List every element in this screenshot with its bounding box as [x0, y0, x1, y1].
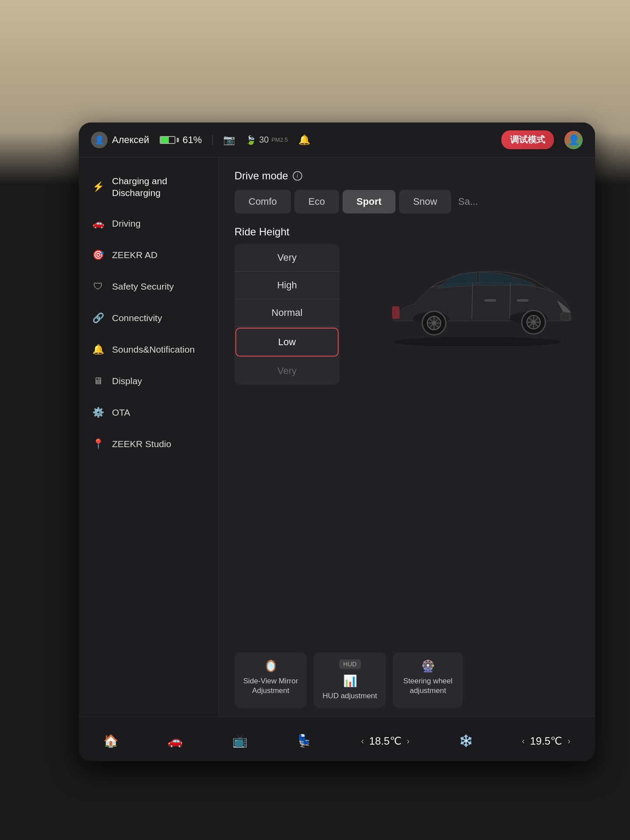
sidebar-item-sounds[interactable]: 🔔 Sounds&Notification [79, 334, 218, 365]
camera-icon: 📷 [223, 134, 235, 146]
sidebar-item-connectivity[interactable]: 🔗 Connectivity [79, 302, 218, 334]
drive-modes-list: Comfo Eco Sport Snow Sa... [234, 190, 579, 214]
steering-icon: 🎡 [421, 659, 435, 673]
quick-actions-row: 🪞 Side-View MirrorAdjustment HUD 📊 HUD a… [234, 652, 579, 708]
sidebar-label-safety: Safety Security [112, 280, 174, 292]
temp-left-value: 18.5℃ [369, 735, 402, 747]
quick-action-steering[interactable]: 🎡 Steering wheeladjustment [393, 652, 463, 708]
username: Алексей [112, 134, 149, 146]
pm25-label: PM2.5 [271, 136, 288, 143]
hud-icon: 📊 [343, 674, 357, 688]
ride-option-low[interactable]: Low [235, 328, 339, 357]
climate-right: ‹ 19.5℃ › [522, 735, 570, 747]
connectivity-icon: 🔗 [91, 311, 105, 325]
avatar: 👤 [91, 132, 108, 148]
sidebar-item-safety[interactable]: 🛡 Safety Security [79, 271, 218, 302]
sidebar-item-zeekr-ad[interactable]: 🎯 ZEEKR AD [79, 239, 218, 271]
steering-label: Steering wheeladjustment [403, 676, 452, 696]
divider [212, 135, 213, 145]
mirror-icon: 🪞 [264, 659, 278, 673]
driving-icon: 🚗 [91, 217, 105, 231]
sidebar-item-charging[interactable]: ⚡ Charging andDischarging [79, 166, 218, 208]
sidebar-item-driving[interactable]: 🚗 Driving [79, 208, 218, 239]
status-bar: 👤 Алексей 61% 📷 🍃 30 PM2.5 🔔 调试模式 👤 [79, 122, 595, 158]
hud-label: HUD adjustment [322, 691, 377, 701]
nav-seat[interactable]: 💺 [297, 734, 312, 748]
sidebar-label-sounds: Sounds&Notification [112, 343, 195, 355]
car-image [372, 254, 582, 348]
sidebar-label-display: Display [112, 375, 142, 387]
debug-mode-badge[interactable]: 调试模式 [501, 130, 554, 149]
leaf-icon: 🍃 [245, 135, 256, 145]
drive-mode-comfo[interactable]: Comfo [234, 190, 291, 214]
sidebar-item-zeekr-studio[interactable]: 📍 ZEEKR Studio [79, 428, 218, 460]
ride-option-high[interactable]: High [234, 272, 340, 299]
quick-action-mirror[interactable]: 🪞 Side-View MirrorAdjustment [234, 652, 307, 708]
ota-icon: ⚙️ [91, 406, 105, 420]
zeekr-ad-icon: 🎯 [91, 248, 105, 262]
main-screen: 👤 Алексей 61% 📷 🍃 30 PM2.5 🔔 调试模式 👤 [79, 122, 595, 761]
drive-mode-section: Drive mode i Comfo Eco Sport Snow Sa... [234, 170, 579, 214]
sounds-icon: 🔔 [91, 343, 105, 357]
sidebar-label-driving: Driving [112, 217, 140, 229]
temp-left-decrease[interactable]: ‹ [361, 736, 364, 746]
sidebar-item-ota[interactable]: ⚙️ OTA [79, 397, 218, 428]
user-status: 👤 Алексей [91, 132, 149, 148]
drive-mode-eco[interactable]: Eco [294, 190, 339, 214]
quick-action-hud[interactable]: HUD 📊 HUD adjustment [314, 652, 386, 708]
climate-left: ‹ 18.5℃ › [361, 735, 410, 747]
charging-icon: ⚡ [91, 180, 105, 194]
temp-right-value: 19.5℃ [530, 735, 562, 747]
alert-icon: 🔔 [298, 134, 310, 146]
hud-badge: HUD [339, 659, 361, 669]
info-icon[interactable]: i [293, 171, 302, 181]
nav-media[interactable]: 📺 [232, 734, 248, 748]
display-icon: 🖥 [91, 374, 105, 388]
mirror-label: Side-View MirrorAdjustment [243, 676, 298, 696]
safety-icon: 🛡 [91, 280, 105, 294]
ride-option-normal[interactable]: Normal [234, 299, 340, 327]
ride-height-options: Very High Normal Low Very [234, 244, 340, 385]
sidebar-label-ota: OTA [112, 406, 130, 418]
battery-icon [160, 136, 179, 144]
car-nav-icon: 🚗 [168, 734, 183, 748]
svg-rect-19 [561, 312, 570, 320]
sidebar-label-connectivity: Connectivity [112, 312, 162, 324]
svg-point-0 [393, 337, 561, 346]
pm25-status: 🍃 30 PM2.5 [245, 135, 288, 145]
sidebar: ⚡ Charging andDischarging 🚗 Driving 🎯 ZE… [79, 158, 219, 717]
temp-right-decrease[interactable]: ‹ [522, 736, 525, 746]
ride-option-very-high[interactable]: Very [234, 244, 340, 272]
nav-home[interactable]: 🏠 [103, 734, 119, 748]
media-icon: 📺 [232, 734, 248, 748]
svg-rect-20 [392, 306, 399, 319]
drive-mode-sport[interactable]: Sport [343, 190, 396, 214]
bottom-nav: 🏠 🚗 📺 💺 ‹ 18.5℃ › ❄️ ‹ 19.5℃ › [79, 717, 595, 761]
nav-car[interactable]: 🚗 [168, 734, 183, 748]
profile-icon[interactable]: 👤 [564, 131, 583, 149]
battery-percent: 61% [182, 134, 202, 146]
drive-mode-label: Drive mode [234, 170, 288, 182]
temp-right-increase[interactable]: › [567, 736, 570, 746]
ride-height-title: Ride Height [234, 226, 579, 238]
right-panel: Drive mode i Comfo Eco Sport Snow Sa... … [219, 158, 595, 717]
drive-mode-title: Drive mode i [234, 170, 579, 182]
battery-status: 61% [160, 134, 202, 146]
sidebar-item-display[interactable]: 🖥 Display [79, 365, 218, 397]
sidebar-label-zeekr-ad: ZEEKR AD [112, 249, 158, 261]
ride-option-very-low[interactable]: Very [234, 357, 340, 385]
pm25-value: 30 [259, 135, 269, 145]
sidebar-label-charging: Charging andDischarging [112, 175, 167, 199]
sidebar-label-zeekr-studio: ZEEKR Studio [112, 438, 171, 450]
drive-mode-more: Sa... [458, 196, 478, 207]
svg-rect-18 [517, 299, 528, 302]
svg-rect-17 [484, 299, 496, 302]
temp-left-increase[interactable]: › [407, 736, 410, 746]
main-content: ⚡ Charging andDischarging 🚗 Driving 🎯 ZE… [79, 158, 595, 717]
seat-icon: 💺 [297, 734, 312, 748]
home-icon: 🏠 [103, 734, 119, 748]
zeekr-studio-icon: 📍 [91, 437, 105, 451]
fan-icon[interactable]: ❄️ [459, 734, 473, 748]
drive-mode-snow[interactable]: Snow [399, 190, 451, 214]
